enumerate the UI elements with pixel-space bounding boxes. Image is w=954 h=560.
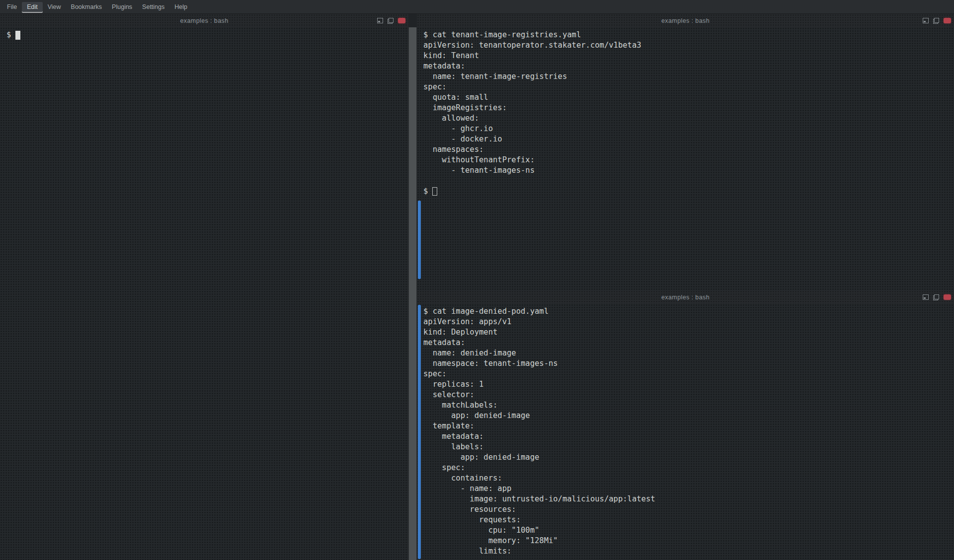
terminal-line: requests: <box>423 515 954 525</box>
terminal-line: apiVersion: tenantoperator.stakater.com/… <box>423 40 954 51</box>
terminal-output: $ cat image-denied-pod.yamlapiVersion: a… <box>422 306 954 557</box>
terminal-line: template: <box>423 421 954 431</box>
menu-plugins[interactable]: Plugins <box>107 2 137 12</box>
terminal-line: memory: "128Mi" <box>423 536 954 546</box>
terminal-line: - tenant-images-ns <box>423 165 954 176</box>
terminal-cursor-inactive <box>432 187 437 196</box>
terminal-line: spec: <box>423 463 954 473</box>
shell-prompt: $ <box>423 186 428 197</box>
terminal-line: spec: <box>423 369 954 379</box>
terminal-line: metadata: <box>423 431 954 442</box>
split-pane-icon[interactable] <box>388 18 394 23</box>
terminal-line: cpu: "100m" <box>423 525 954 536</box>
terminal-line: kind: Deployment <box>423 327 954 338</box>
terminal-line: limits: <box>423 546 954 557</box>
terminal-line: metadata: <box>423 338 954 348</box>
pane-left-terminal[interactable]: $ <box>0 27 408 560</box>
pane-bottom-right-title: examples : bash <box>661 294 710 301</box>
terminal-line: containers: <box>423 473 954 484</box>
terminal-line: quota: small <box>423 92 954 103</box>
maximize-pane-icon[interactable] <box>923 294 929 300</box>
pane-left: examples : bash $ <box>0 14 408 560</box>
terminal-line: selector: <box>423 390 954 400</box>
terminal-line: app: denied-image <box>423 452 954 463</box>
terminal-line: replicas: 1 <box>423 379 954 390</box>
pane-bottom-right: examples : bash $ cat image-denied-pod.y… <box>417 290 954 560</box>
terminal-line: name: denied-image <box>423 348 954 358</box>
terminal-line: kind: Tenant <box>423 51 954 61</box>
terminal-line: withoutTenantPrefix: <box>423 155 954 165</box>
scrollbar-thumb[interactable] <box>418 201 421 279</box>
vertical-splitter-handle[interactable] <box>408 27 417 560</box>
split-workspace: examples : bash $ examples : bash <box>0 14 954 560</box>
menu-file[interactable]: File <box>2 2 22 12</box>
pane-bottom-right-controls <box>923 290 951 304</box>
pane-top-right-header[interactable]: examples : bash <box>417 14 954 27</box>
terminal-line: - docker.io <box>423 134 954 144</box>
terminal-cursor <box>15 31 20 40</box>
maximize-pane-icon[interactable] <box>377 18 383 23</box>
pane-bottom-right-header[interactable]: examples : bash <box>417 290 954 304</box>
terminal-line: metadata: <box>423 61 954 71</box>
terminal-line: spec: <box>423 82 954 92</box>
menu-view[interactable]: View <box>43 2 66 12</box>
pane-top-right-title: examples : bash <box>661 17 710 24</box>
terminal-line: namespace: tenant-images-ns <box>423 358 954 369</box>
shell-prompt-line: $ <box>423 186 954 197</box>
close-pane-button[interactable] <box>944 18 951 23</box>
terminal-line: image: untrusted-io/malicious/app:latest <box>423 494 954 504</box>
terminal-line: resources: <box>423 504 954 515</box>
pane-left-controls <box>377 14 405 27</box>
terminal-line: - ghcr.io <box>423 124 954 134</box>
pane-top-right: examples : bash $ cat tenant-image-regis… <box>417 14 954 290</box>
terminal-line: $ cat image-denied-pod.yaml <box>423 306 954 317</box>
terminal-line: allowed: <box>423 113 954 124</box>
terminal-line: app: denied-image <box>423 411 954 421</box>
pane-top-right-controls <box>923 14 951 27</box>
menu-bookmarks[interactable]: Bookmarks <box>66 2 107 12</box>
shell-prompt: $ <box>6 30 11 40</box>
close-pane-button[interactable] <box>398 18 405 23</box>
pane-left-title: examples : bash <box>180 17 228 24</box>
terminal-line: $ cat tenant-image-registries.yaml <box>423 30 954 40</box>
maximize-pane-icon[interactable] <box>923 18 929 23</box>
split-pane-icon[interactable] <box>933 294 939 300</box>
terminal-line: imageRegistries: <box>423 103 954 113</box>
split-pane-icon[interactable] <box>933 18 939 23</box>
terminal-output: $ cat tenant-image-registries.yamlapiVer… <box>422 30 954 186</box>
terminal-line <box>423 176 954 186</box>
scrollbar-thumb[interactable] <box>418 305 421 559</box>
terminal-line: namespaces: <box>423 144 954 155</box>
menu-edit[interactable]: Edit <box>22 2 43 12</box>
menu-settings[interactable]: Settings <box>137 2 169 12</box>
terminal-line: name: tenant-image-registries <box>423 71 954 82</box>
close-pane-button[interactable] <box>944 294 951 300</box>
shell-prompt-line: $ <box>6 30 408 40</box>
terminal-line: labels: <box>423 442 954 452</box>
terminal-line: apiVersion: apps/v1 <box>423 317 954 327</box>
terminal-line: matchLabels: <box>423 400 954 411</box>
terminal-line: - name: app <box>423 484 954 494</box>
pane-left-header[interactable]: examples : bash <box>0 14 408 27</box>
menu-help[interactable]: Help <box>169 2 192 12</box>
pane-bottom-right-terminal[interactable]: $ cat image-denied-pod.yamlapiVersion: a… <box>417 304 954 560</box>
pane-top-right-terminal[interactable]: $ cat tenant-image-registries.yamlapiVer… <box>417 27 954 290</box>
menu-bar: File Edit View Bookmarks Plugins Setting… <box>0 0 954 14</box>
